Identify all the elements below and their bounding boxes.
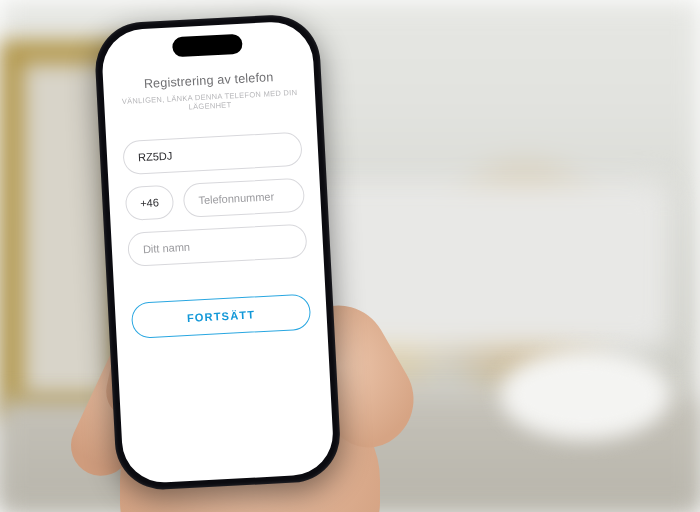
coffee-table [500,350,670,440]
name-placeholder: Ditt namn [143,241,191,255]
dynamic-island [171,34,242,58]
phone-screen: Registrering av telefon Vänligen, länka … [100,20,334,484]
continue-button-label: Fortsätt [187,308,256,324]
phone-number-placeholder: Telefonnummer [198,190,274,206]
apartment-code-input[interactable]: RZ5DJ [122,132,303,175]
phone-number-input[interactable]: Telefonnummer [183,178,306,218]
phone-device: Registrering av telefon Vänligen, länka … [93,13,342,492]
registration-form: Registrering av telefon Vänligen, länka … [103,68,335,484]
dial-code-select[interactable]: +46 [125,185,175,221]
page-subtitle: Vänligen, länka denna telefon med din lä… [120,88,300,115]
apartment-code-value: RZ5DJ [138,150,173,164]
name-input[interactable]: Ditt namn [127,224,308,267]
continue-button[interactable]: Fortsätt [131,294,312,339]
dial-code-value: +46 [140,196,159,209]
